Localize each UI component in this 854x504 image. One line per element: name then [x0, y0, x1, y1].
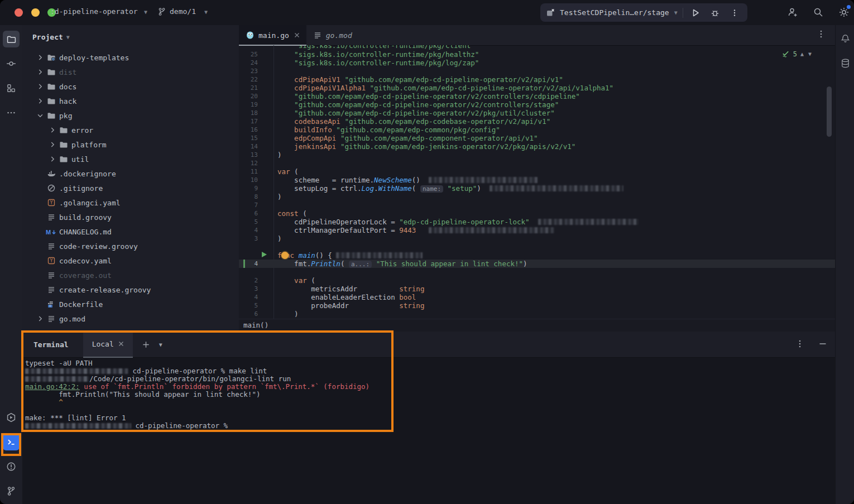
- line-number: 4: [239, 260, 258, 268]
- terminal-output[interactable]: typeset -aU PATH cd-pipeline-operator % …: [25, 357, 835, 504]
- terminal-file-link[interactable]: main.go:42:2:: [25, 382, 80, 391]
- tool-database-icon[interactable]: [837, 55, 853, 71]
- tree-item-create-release-groovy[interactable]: create-release.groovy: [35, 282, 151, 297]
- chevron-down-icon[interactable]: [35, 112, 46, 119]
- right-tool-strip: [835, 25, 854, 504]
- code-text: scheme = runtime.NewScheme(): [277, 176, 538, 184]
- line-number: 12: [239, 159, 258, 167]
- chevron-right-icon[interactable]: [47, 141, 58, 148]
- tool-problems-icon[interactable]: [3, 458, 20, 475]
- tree-item-label: dist: [59, 68, 76, 76]
- tool-notifications-icon[interactable]: [837, 31, 853, 46]
- tree-item-dockerfile[interactable]: DDockerfile: [35, 297, 103, 311]
- folder-icon: [46, 97, 57, 105]
- tree-item--golangci-yaml[interactable]: Y.golangci.yaml: [35, 195, 121, 210]
- code-line: [239, 243, 835, 251]
- project-panel-header[interactable]: Project ▼: [22, 25, 239, 49]
- code-text: ): [277, 193, 282, 201]
- tab-close-icon[interactable]: [294, 32, 300, 38]
- window-close-button[interactable]: [15, 8, 23, 17]
- code-text: enableLeaderElection bool: [277, 293, 416, 301]
- tree-item-label: util: [71, 155, 89, 164]
- intention-bulb-icon[interactable]: [281, 252, 289, 259]
- project-name[interactable]: :d-pipeline-operator: [50, 7, 138, 16]
- tree-item-label: coverage.out: [59, 271, 112, 280]
- run-config-name[interactable]: TestSetCDPipelin…er/stage: [560, 8, 669, 17]
- terminal-options-kebab-icon[interactable]: [796, 339, 804, 348]
- terminal-line: make: *** [lint] Error 1: [25, 414, 835, 422]
- project-tree[interactable]: deploy-templatesdistdocshackpkgerrorplat…: [22, 50, 239, 332]
- line-number: 24: [239, 59, 258, 67]
- editor-scrollbar[interactable]: [827, 87, 832, 137]
- breadcrumb[interactable]: main(): [239, 319, 835, 332]
- redacted-text: [490, 185, 623, 191]
- tree-item-code-review-groovy[interactable]: code-review.groovy: [35, 239, 138, 253]
- tree-item-error[interactable]: error: [47, 123, 93, 137]
- window-minimize-button[interactable]: [31, 8, 40, 17]
- tree-item-util[interactable]: util: [47, 152, 89, 166]
- tab-main-go[interactable]: main.go: [239, 25, 306, 45]
- gopher-icon: [246, 31, 255, 40]
- tool-project-icon[interactable]: [3, 31, 20, 47]
- chevron-right-icon[interactable]: [35, 68, 46, 76]
- search-icon[interactable]: [811, 5, 826, 20]
- terminal-tab-local[interactable]: Local: [83, 331, 133, 358]
- terminal-tab-close-icon[interactable]: [118, 341, 124, 347]
- tree-item-deploy-templates[interactable]: deploy-templates: [35, 50, 129, 65]
- tab-go-mod[interactable]: go.mod: [306, 25, 359, 45]
- chevron-down-icon: ▼: [144, 9, 147, 15]
- tree-item-dist[interactable]: dist: [35, 65, 76, 79]
- tab-options-kebab-icon[interactable]: [817, 30, 825, 39]
- tool-more-tools-icon[interactable]: [3, 104, 20, 121]
- code-line: 17 codebaseApi "github.com/epam/edp-code…: [239, 117, 835, 126]
- code-text: codebaseApi "github.com/epam/edp-codebas…: [277, 117, 550, 126]
- tree-item-hack[interactable]: hack: [35, 94, 76, 108]
- code-line: 23: [239, 67, 835, 75]
- code-line: "sigs.k8s.io/controller-runtime/pkg/clie…: [239, 45, 835, 50]
- tree-item-platform[interactable]: platform: [47, 137, 107, 152]
- tree-item-build-groovy[interactable]: build.groovy: [35, 210, 112, 224]
- tree-item-codecov-yaml[interactable]: Ycodecov.yaml: [35, 253, 112, 268]
- svg-text:D: D: [49, 304, 51, 308]
- tree-item--dockerignore[interactable]: .dockerignore: [35, 166, 116, 181]
- terminal-tab-dropdown-chevron-icon[interactable]: ▼: [159, 342, 162, 348]
- tree-item-pkg[interactable]: pkg: [35, 108, 72, 123]
- chevron-right-icon[interactable]: [47, 155, 58, 163]
- run-button[interactable]: [688, 6, 703, 20]
- folder-icon: [46, 111, 57, 120]
- code-line: 21 cdPipeApiV1Alpha1 "github.com/epam/ed…: [239, 84, 835, 92]
- redacted-text: [25, 423, 131, 429]
- line-number: 14: [239, 142, 258, 151]
- chevron-right-icon[interactable]: [35, 97, 46, 105]
- tool-commit-icon[interactable]: [3, 55, 20, 72]
- tab-label: main.go: [258, 31, 289, 40]
- code-line: 12: [239, 159, 835, 167]
- chevron-right-icon[interactable]: [35, 315, 46, 323]
- add-user-button[interactable]: [785, 5, 800, 20]
- chevron-down-icon[interactable]: ▼: [674, 9, 678, 16]
- tool-services-icon[interactable]: [3, 409, 20, 426]
- chevron-right-icon[interactable]: [35, 54, 46, 61]
- tree-item-go-mod[interactable]: go.mod: [35, 311, 85, 326]
- tree-item-changelog-md[interactable]: MCHANGELOG.md: [35, 224, 112, 239]
- tree-item-coverage-out[interactable]: coverage.out: [35, 268, 112, 282]
- hide-terminal-button[interactable]: [818, 339, 827, 348]
- run-main-gutter-icon[interactable]: [261, 251, 271, 258]
- tool-terminal-icon[interactable]: [3, 434, 20, 450]
- tool-version-control-icon[interactable]: [3, 483, 20, 500]
- new-terminal-tab-button[interactable]: [142, 340, 150, 349]
- debug-button[interactable]: [708, 6, 722, 20]
- more-run-actions-button[interactable]: [727, 6, 742, 20]
- tree-item-docs[interactable]: docs: [35, 79, 76, 94]
- settings-gear-icon[interactable]: [837, 5, 851, 20]
- code-line: 6 ): [239, 310, 835, 318]
- code-line: 24 "sigs.k8s.io/controller-runtime/pkg/l…: [239, 59, 835, 67]
- chevron-right-icon[interactable]: [47, 126, 58, 134]
- tool-structure-icon[interactable]: [3, 80, 20, 97]
- chevron-right-icon[interactable]: [35, 83, 46, 90]
- code-area[interactable]: "sigs.k8s.io/controller-runtime/pkg/clie…: [239, 45, 835, 319]
- tree-item--gitignore[interactable]: .gitignore: [35, 181, 103, 195]
- branch-name[interactable]: demo/1: [170, 7, 196, 16]
- line-number: 4: [239, 293, 258, 301]
- editor[interactable]: main.gogo.mod 5 ▲▼ "sigs.k8s.io/controll…: [239, 25, 835, 332]
